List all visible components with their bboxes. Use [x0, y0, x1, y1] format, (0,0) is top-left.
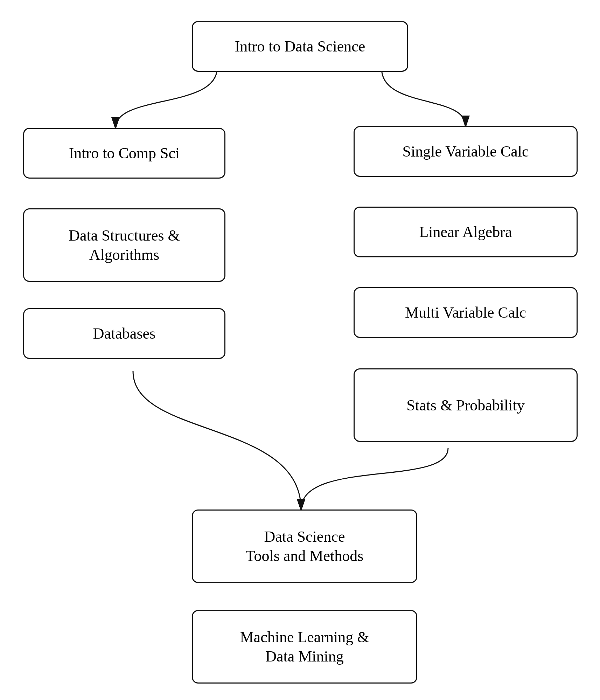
ds-tools-label: Data Science Tools and Methods	[246, 527, 364, 566]
node-databases: Databases	[23, 308, 225, 359]
dsa-label: Data Structures & Algorithms	[69, 226, 180, 264]
node-single-var: Single Variable Calc	[354, 126, 578, 177]
ml-label: Machine Learning & Data Mining	[240, 628, 369, 666]
node-ds-tools: Data Science Tools and Methods	[192, 510, 417, 583]
node-stats: Stats & Probability	[354, 368, 578, 442]
node-linear-alg: Linear Algebra	[354, 207, 578, 257]
node-dsa: Data Structures & Algorithms	[23, 208, 225, 282]
node-ml: Machine Learning & Data Mining	[192, 610, 417, 684]
node-multi-var: Multi Variable Calc	[354, 287, 578, 338]
diagram: Intro to Data Science Intro to Comp Sci …	[0, 0, 600, 700]
node-intro-cs: Intro to Comp Sci	[23, 128, 225, 179]
node-intro-ds: Intro to Data Science	[192, 21, 408, 72]
